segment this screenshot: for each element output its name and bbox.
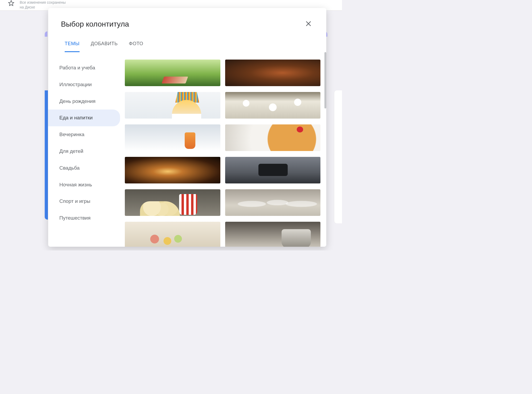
tab-themes[interactable]: ТЕМЫ <box>65 41 80 52</box>
sidebar-item-sports-games[interactable]: Спорт и игры <box>48 193 120 210</box>
form-active-strip <box>45 90 48 220</box>
theme-thumb[interactable] <box>225 189 321 216</box>
theme-thumb[interactable] <box>125 189 220 216</box>
modal-title: Выбор колонтитула <box>61 20 129 28</box>
theme-gallery <box>122 52 326 247</box>
theme-thumb[interactable] <box>125 222 220 247</box>
theme-thumb[interactable] <box>225 92 321 119</box>
tab-upload[interactable]: ДОБАВИТЬ <box>91 41 118 52</box>
theme-thumb[interactable] <box>225 124 321 151</box>
theme-thumb[interactable] <box>125 157 220 183</box>
tab-photos[interactable]: ФОТО <box>129 41 143 52</box>
close-icon <box>305 20 312 27</box>
modal-body: Работа и учеба Иллюстрации День рождения… <box>48 52 326 247</box>
category-sidebar: Работа и учеба Иллюстрации День рождения… <box>48 52 122 247</box>
sidebar-item-kids[interactable]: Для детей <box>48 143 120 160</box>
save-status-line1: Все изменения сохранены <box>20 0 66 5</box>
sidebar-item-wedding[interactable]: Свадьба <box>48 160 120 177</box>
sidebar-item-illustrations[interactable]: Иллюстрации <box>48 76 120 93</box>
theme-thumb[interactable] <box>225 60 321 86</box>
sidebar-item-party[interactable]: Вечеринка <box>48 126 120 143</box>
sidebar-item-food-drink[interactable]: Еда и напитки <box>48 110 120 126</box>
modal-tabs: ТЕМЫ ДОБАВИТЬ ФОТО <box>48 32 326 52</box>
star-icon[interactable] <box>8 0 14 7</box>
modal-header: Выбор колонтитула <box>48 8 326 32</box>
right-side-panel <box>334 90 342 223</box>
svg-marker-0 <box>9 1 14 6</box>
theme-thumb[interactable] <box>125 92 220 119</box>
gallery-scrollbar[interactable] <box>324 52 326 108</box>
header-picker-modal: Выбор колонтитула ТЕМЫ ДОБАВИТЬ ФОТО Раб… <box>48 8 326 247</box>
sidebar-item-work-school[interactable]: Работа и учеба <box>48 60 120 76</box>
theme-thumb[interactable] <box>225 222 321 247</box>
close-button[interactable] <box>303 19 314 30</box>
theme-thumb[interactable] <box>125 124 220 151</box>
sidebar-item-travel[interactable]: Путешествия <box>48 210 120 227</box>
theme-thumb[interactable] <box>225 157 321 183</box>
theme-thumb[interactable] <box>125 60 220 86</box>
sidebar-item-birthday[interactable]: День рождения <box>48 93 120 110</box>
sidebar-item-nightlife[interactable]: Ночная жизнь <box>48 177 120 193</box>
